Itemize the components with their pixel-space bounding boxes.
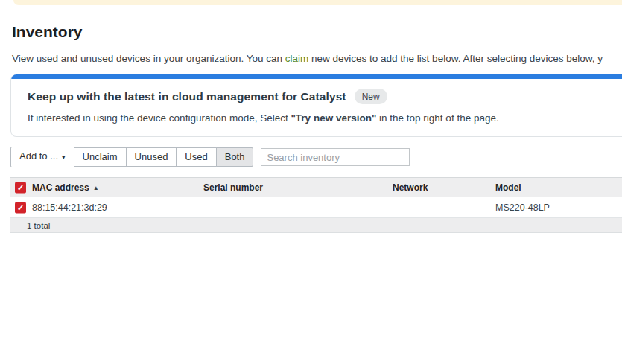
new-badge: New — [355, 89, 387, 104]
page-title: Inventory — [12, 23, 622, 41]
column-header-mac-address[interactable]: MAC address▲ — [32, 182, 99, 193]
sort-ascending-icon: ▲ — [93, 185, 99, 191]
add-to-label: Add to ... — [19, 150, 58, 162]
filter-used-button[interactable]: Used — [176, 147, 216, 167]
inventory-toolbar: Add to ...▾ Unclaim Unused Used Both — [10, 147, 622, 167]
banner-text-bold: "Try new version" — [291, 112, 376, 124]
table-footer-row: 1 total — [10, 218, 622, 233]
page-description: View used and unused devices in your org… — [12, 53, 622, 65]
banner-text: If interested in using the device config… — [28, 112, 622, 124]
model-cell: MS220-48LP — [495, 202, 550, 213]
network-cell: — — [393, 202, 402, 213]
unclaim-button[interactable]: Unclaim — [74, 147, 127, 167]
banner-text-before: If interested in using the device config… — [28, 112, 291, 124]
mac-address-cell: 88:15:44:21:3d:29 — [32, 202, 107, 213]
caret-down-icon: ▾ — [62, 153, 66, 161]
total-count-label: 1 total — [27, 221, 50, 230]
select-all-checkbox[interactable] — [15, 182, 26, 193]
column-header-serial-number[interactable]: Serial number — [203, 182, 263, 193]
description-text-before: View used and unused devices in your org… — [12, 53, 285, 64]
banner-title: Keep up with the latest in cloud managem… — [28, 90, 346, 103]
table-row: 88:15:44:21:3d:29 — MS220-48LP — [10, 197, 622, 218]
catalyst-promo-banner: Keep up with the latest in cloud managem… — [10, 74, 622, 137]
add-to-dropdown-button[interactable]: Add to ...▾ — [10, 147, 74, 167]
search-input[interactable] — [261, 148, 410, 166]
column-header-network[interactable]: Network — [393, 182, 428, 193]
filter-unused-button[interactable]: Unused — [126, 147, 177, 167]
banner-text-after: in the top right of the page. — [376, 112, 498, 124]
row-checkbox[interactable] — [15, 202, 26, 213]
filter-both-button[interactable]: Both — [216, 147, 254, 167]
column-header-model[interactable]: Model — [495, 182, 521, 193]
inventory-table: MAC address▲ Serial number Network Model… — [10, 177, 622, 233]
claim-link[interactable]: claim — [285, 53, 309, 64]
notification-strip — [13, 0, 622, 5]
table-header-row: MAC address▲ Serial number Network Model — [10, 178, 622, 197]
description-text-after: new devices to add the list below. After… — [308, 53, 603, 64]
mac-address-header-label: MAC address — [32, 182, 89, 193]
